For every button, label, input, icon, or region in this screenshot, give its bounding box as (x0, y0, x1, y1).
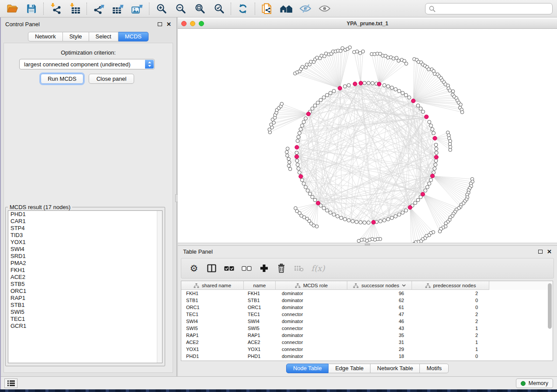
horizontal-splitter-handle[interactable] (365, 244, 370, 245)
table-row[interactable]: ORC1ORC1dominator610 (181, 304, 553, 311)
delete-table-button[interactable] (293, 263, 304, 274)
table-settings-button[interactable]: ⚙ (188, 263, 200, 274)
fx-icon: f(x) (311, 264, 325, 273)
column-header-name[interactable]: name (244, 281, 276, 290)
mcds-result-item[interactable]: GCR1 (8, 323, 162, 330)
export-table-button[interactable] (108, 1, 128, 16)
table-row[interactable]: ACE2ACE2connector311 (181, 339, 553, 346)
table-panel-title: Table Panel (183, 248, 213, 255)
run-mcds-button[interactable]: Run MCDS (41, 74, 83, 84)
horizontal-splitter[interactable] (178, 243, 557, 246)
first-neighbors-button[interactable] (277, 1, 296, 16)
mcds-result-item[interactable]: ORC1 (8, 288, 162, 295)
table-row[interactable]: TEC1TEC1connector472 (181, 311, 553, 318)
mcds-result-item[interactable]: PHD1 (8, 211, 162, 218)
gear-icon: ⚙ (190, 264, 198, 273)
mcds-result-item[interactable]: RAP1 (8, 295, 162, 302)
network-graph[interactable] (178, 29, 557, 243)
mcds-result-item[interactable]: SWI4 (8, 246, 162, 253)
open-file-button[interactable] (3, 1, 22, 16)
mcds-result-item[interactable]: STB5 (8, 281, 162, 288)
tab-style[interactable]: Style (63, 32, 89, 41)
table-row[interactable]: PHD1PHD1dominator180 (181, 353, 553, 360)
mcds-result-scrollbar[interactable] (157, 211, 162, 363)
show-panels-button[interactable] (4, 378, 17, 388)
show-columns-button[interactable] (206, 263, 217, 274)
select-all-button[interactable] (223, 263, 235, 274)
column-type-icon (194, 283, 199, 288)
add-column-button[interactable] (258, 263, 270, 274)
save-session-button[interactable] (22, 1, 41, 16)
mcds-result-item[interactable]: STB1 (8, 302, 162, 309)
new-network-from-selection-button[interactable] (257, 1, 277, 16)
toolbar-separator (255, 3, 255, 15)
table-row[interactable]: RAP1RAP1dominator352 (181, 332, 553, 339)
zoom-selected-icon (214, 3, 225, 14)
column-type-icon (425, 283, 431, 288)
function-builder-button[interactable]: f(x) (311, 263, 325, 274)
tab-network-table[interactable]: Network Table (370, 364, 420, 373)
mcds-result-item[interactable]: CAR1 (8, 218, 162, 225)
show-all-button[interactable] (315, 1, 334, 16)
refresh-view-button[interactable] (233, 1, 253, 16)
tab-mcds[interactable]: MCDS (118, 32, 149, 41)
table-row[interactable]: YOX1YOX1connector291 (181, 346, 553, 353)
delete-table-icon (294, 265, 304, 272)
deselect-all-button[interactable] (241, 263, 252, 274)
export-image-button[interactable] (128, 1, 147, 16)
tab-network[interactable]: Network (28, 32, 63, 41)
float-table-panel-icon[interactable] (538, 250, 543, 254)
mcds-result-item[interactable]: PMA2 (8, 260, 162, 267)
tab-motifs[interactable]: Motifs (420, 364, 449, 373)
optimization-criterion-select[interactable]: largest connected component (undirected) (19, 59, 155, 69)
mcds-result-item[interactable]: FKH1 (8, 267, 162, 274)
close-panel-icon[interactable]: ✕ (166, 21, 171, 27)
memory-button[interactable]: Memory (516, 378, 553, 388)
mcds-result-item[interactable]: STP4 (8, 225, 162, 232)
delete-column-button[interactable] (276, 263, 287, 274)
table-toolbar: ⚙ (181, 258, 554, 279)
column-header-successor-nodes[interactable]: successor nodes (347, 281, 412, 290)
column-header-shared-name[interactable]: shared name (181, 281, 244, 290)
refresh-icon (238, 3, 248, 14)
mcds-result-item[interactable]: YOX1 (8, 239, 162, 246)
export-network-button[interactable] (89, 1, 108, 16)
table-row[interactable]: FKH1FKH1dominator962 (181, 290, 553, 297)
mcds-result-item[interactable]: SRD1 (8, 253, 162, 260)
close-table-panel-icon[interactable]: ✕ (547, 249, 552, 254)
tab-node-table[interactable]: Node Table (286, 364, 329, 373)
mcds-result-item[interactable]: ACE2 (8, 274, 162, 281)
table-scrollbar-thumb[interactable] (548, 283, 552, 329)
mcds-result-item[interactable]: TEC1 (8, 316, 162, 323)
network-window-titlebar: YPA_prune.txt_1 (178, 18, 557, 29)
search-icon (429, 6, 436, 12)
table-panel-tabs: Node TableEdge TableNetwork TableMotifs (178, 364, 557, 373)
mcds-result-item[interactable]: SWI5 (8, 309, 162, 316)
import-network-button[interactable] (46, 1, 65, 16)
mcds-result-item[interactable]: TID3 (8, 232, 162, 239)
tab-edge-table[interactable]: Edge Table (329, 364, 370, 373)
float-panel-icon[interactable] (158, 22, 162, 26)
zoom-out-button[interactable] (171, 1, 190, 16)
hide-selected-button[interactable] (296, 1, 315, 16)
close-panel-button[interactable]: Close panel (89, 74, 134, 84)
search-input[interactable] (438, 6, 549, 12)
network-canvas[interactable] (178, 29, 557, 243)
unchecked-boxes-icon (242, 266, 252, 271)
zoom-in-button[interactable] (152, 1, 171, 16)
table-row[interactable]: SWI4SWI4dominator462 (181, 318, 553, 325)
column-header-predecessor-nodes[interactable]: predecessor nodes (412, 281, 489, 290)
list-icon (7, 380, 15, 387)
tab-select[interactable]: Select (89, 32, 118, 41)
graph-leaf-nodes[interactable] (268, 46, 474, 243)
zoom-selected-button[interactable] (209, 1, 228, 16)
eye-icon (319, 4, 330, 13)
network-view-panel: YPA_prune.txt_1 (178, 17, 557, 243)
zoom-fit-button[interactable] (190, 1, 209, 16)
export-network-icon (93, 3, 105, 14)
table-row[interactable]: SWI5SWI5connector431 (181, 325, 553, 332)
import-table-button[interactable] (65, 1, 84, 16)
mcds-result-list: PHD1CAR1STP4TID3YOX1SWI4SRD1PMA2FKH1ACE2… (8, 211, 162, 330)
column-header-mcds-role[interactable]: MCDS role (276, 281, 347, 290)
table-row[interactable]: STB1STB1dominator620 (181, 297, 553, 304)
